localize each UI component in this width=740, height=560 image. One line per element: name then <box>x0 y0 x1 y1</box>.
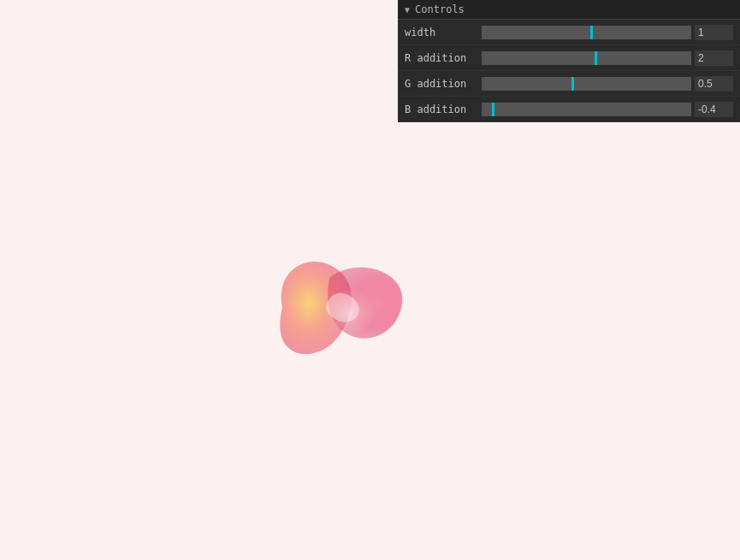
slider-thumb-b_addition <box>492 103 494 116</box>
slider-thumb-r_addition <box>595 51 597 65</box>
label-width: width <box>405 27 482 38</box>
artwork-svg <box>265 239 419 376</box>
label-g_addition: G addition <box>405 78 482 90</box>
control-row-width: width <box>398 20 740 45</box>
control-row-b_addition: B addition <box>398 97 740 122</box>
label-b_addition: B addition <box>405 103 482 115</box>
slider-width[interactable] <box>482 26 691 39</box>
control-row-r_addition: R addition <box>398 45 740 71</box>
slider-r_addition[interactable] <box>482 51 691 65</box>
slider-thumb-g_addition <box>571 77 574 91</box>
artwork-container <box>265 239 419 376</box>
controls-panel: ▼ Controls widthR additionG additionB ad… <box>398 0 740 122</box>
control-row-g_addition: G addition <box>398 71 740 97</box>
value-input-width[interactable] <box>695 25 733 40</box>
slider-g_addition[interactable] <box>482 77 691 91</box>
controls-title: Controls <box>415 3 465 15</box>
slider-b_addition[interactable] <box>482 103 691 116</box>
value-input-g_addition[interactable] <box>695 76 733 91</box>
label-r_addition: R addition <box>405 52 482 64</box>
collapse-chevron[interactable]: ▼ <box>405 5 410 15</box>
slider-thumb-width <box>590 26 593 39</box>
value-input-b_addition[interactable] <box>695 102 733 117</box>
controls-header[interactable]: ▼ Controls <box>398 0 740 20</box>
control-rows: widthR additionG additionB addition <box>398 20 740 122</box>
value-input-r_addition[interactable] <box>695 50 733 66</box>
